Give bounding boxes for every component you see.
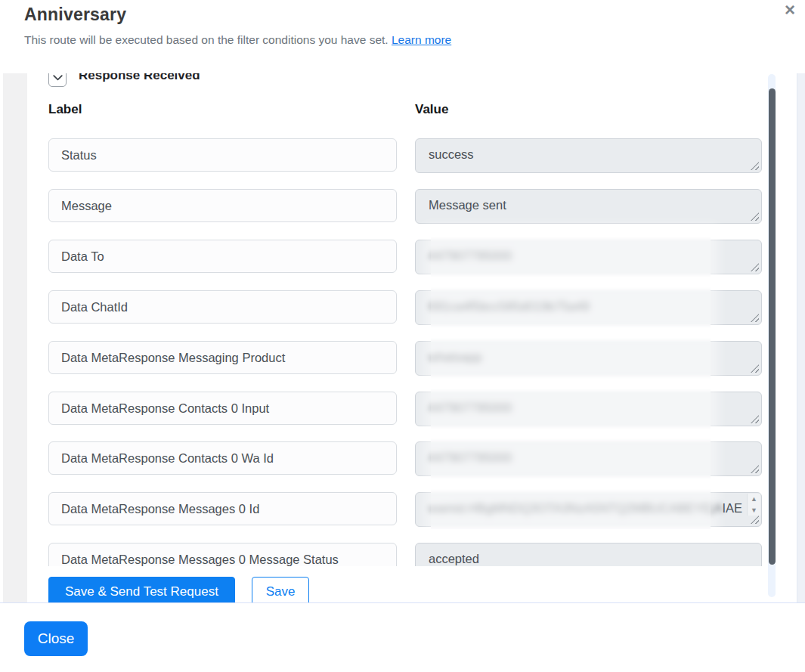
save-send-test-request-button[interactable]: Save & Send Test Request xyxy=(48,577,235,602)
modal-header: Anniversary This route will be executed … xyxy=(0,0,805,73)
label-input[interactable]: Message xyxy=(48,189,397,222)
textarea-resize-handle[interactable] xyxy=(751,364,759,373)
value-text: wamid.HBgMNDQ3OTA3NzA5NTQ2MBUCABEYEjA xyxy=(429,501,722,515)
close-icon[interactable]: × xyxy=(779,0,800,21)
value-text: Message sent xyxy=(429,198,506,212)
value-text: 447907795000 xyxy=(429,451,512,464)
value-textarea[interactable]: whatsapp xyxy=(415,341,762,376)
value-column-header: Value xyxy=(415,102,448,117)
label-input[interactable]: Data MetaResponse Messages 0 Id xyxy=(48,492,397,525)
close-button[interactable]: Close xyxy=(24,621,88,656)
value-textarea[interactable]: 447907795000 xyxy=(415,441,762,476)
label-column-header: Label xyxy=(48,102,82,117)
form-scroll-area[interactable]: Response Received Label Value Statussucc… xyxy=(0,73,768,566)
value-textarea[interactable]: 691ca4f5bcc585d019b75a49 xyxy=(415,290,762,325)
scroll-down-icon[interactable]: ▼ xyxy=(751,506,757,514)
textarea-resize-handle[interactable] xyxy=(751,263,759,271)
value-textarea[interactable]: 447907795000 xyxy=(415,240,762,274)
value-text: success xyxy=(429,147,474,161)
textarea-resize-handle[interactable] xyxy=(751,314,759,322)
collapse-toggle[interactable] xyxy=(48,73,67,87)
label-input[interactable]: Data MetaResponse Messages 0 Message Sta… xyxy=(48,543,397,566)
value-text: 447907795000 xyxy=(429,249,512,262)
label-input[interactable]: Data MetaResponse Contacts 0 Input xyxy=(48,392,397,425)
modal-subtitle: This route will be executed based on the… xyxy=(24,33,451,47)
textarea-resize-handle[interactable] xyxy=(751,415,759,423)
value-textarea[interactable]: success xyxy=(415,138,762,173)
textarea-resize-handle[interactable] xyxy=(751,465,759,473)
textarea-scrollbar[interactable]: ▲▼ xyxy=(747,494,760,516)
chevron-down-icon xyxy=(53,75,63,81)
textarea-resize-handle[interactable] xyxy=(751,212,759,221)
page-title: Anniversary xyxy=(24,5,126,25)
route-filter-modal: Anniversary This route will be executed … xyxy=(0,0,805,672)
value-textarea[interactable]: accepted xyxy=(415,543,762,566)
label-input[interactable]: Status xyxy=(48,138,397,172)
learn-more-link[interactable]: Learn more xyxy=(392,33,451,46)
value-text: whatsapp xyxy=(429,350,482,364)
label-input[interactable]: Data MetaResponse Messaging Product xyxy=(48,341,397,374)
value-textarea[interactable]: 447907795000 xyxy=(415,392,762,426)
value-text: 691ca4f5bcc585d019b75a49 xyxy=(429,299,590,313)
save-button[interactable]: Save xyxy=(252,577,309,602)
label-input[interactable]: Data To xyxy=(48,240,397,273)
section-title[interactable]: Response Received xyxy=(79,73,200,83)
textarea-resize-handle[interactable] xyxy=(751,162,759,170)
value-text: 447907795000 xyxy=(429,401,512,414)
panel-scrollbar-thumb[interactable] xyxy=(769,88,776,565)
modal-footer: Close xyxy=(0,603,805,672)
value-text-visible-tail: IAE xyxy=(722,501,742,515)
label-input[interactable]: Data MetaResponse Contacts 0 Wa Id xyxy=(48,441,397,475)
value-text: accepted xyxy=(429,552,479,565)
body-right-gutter xyxy=(797,73,805,602)
modal-body: Response Received Label Value Statussucc… xyxy=(0,73,805,602)
value-textarea[interactable]: Message sent xyxy=(415,189,762,224)
label-input[interactable]: Data ChatId xyxy=(48,290,397,324)
value-textarea[interactable]: wamid.HBgMNDQ3OTA3NzA5NTQ2MBUCABEYEjAIAE… xyxy=(415,492,762,527)
textarea-resize-handle[interactable] xyxy=(751,516,759,524)
scroll-up-icon[interactable]: ▲ xyxy=(751,495,757,503)
subtitle-text: This route will be executed based on the… xyxy=(24,33,389,46)
